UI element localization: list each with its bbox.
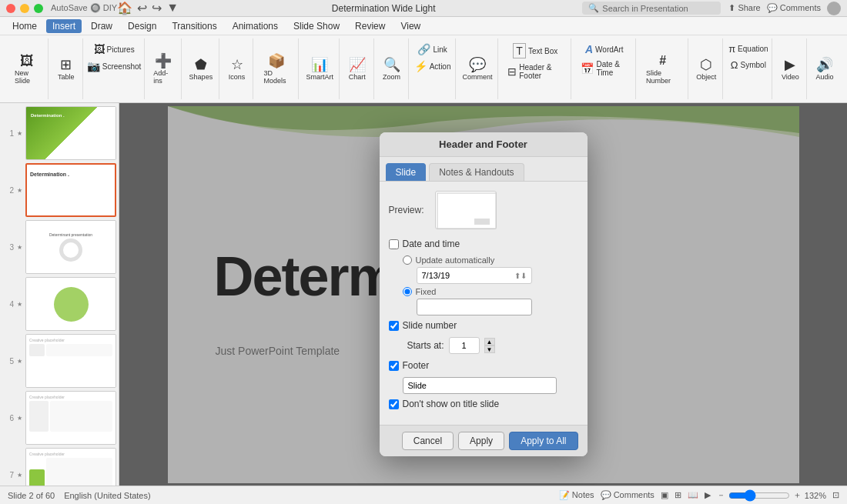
close-button[interactable] <box>6 4 15 13</box>
wordart-button[interactable]: A WordArt <box>582 42 627 57</box>
starts-spinner[interactable]: ▲ ▼ <box>484 338 495 353</box>
headerfooter-icon: ⊟ <box>507 65 517 78</box>
fixed-label[interactable]: Fixed <box>403 287 578 296</box>
menu-view[interactable]: View <box>394 19 427 33</box>
slide-thumb-1[interactable]: 1 ★ Determination . <box>3 106 116 160</box>
menu-insert[interactable]: Insert <box>46 19 82 33</box>
object-button[interactable]: ⬡ Object <box>692 55 720 83</box>
spin-down-button[interactable]: ▼ <box>484 345 495 353</box>
date-dropdown[interactable]: 7/13/19 ⬆⬇ <box>417 267 532 284</box>
menu-animations[interactable]: Animations <box>226 19 284 33</box>
language-info: English (United States) <box>64 491 151 500</box>
slide-thumb-4[interactable]: 4 ★ <box>3 277 116 331</box>
date-time-checkbox[interactable] <box>389 239 399 249</box>
maximize-button[interactable] <box>34 4 43 13</box>
comments-button[interactable]: 💬 Comments <box>767 3 821 13</box>
view-presenter-icon[interactable]: ▶ <box>705 490 711 500</box>
comment-button[interactable]: 💬 Comment <box>458 55 496 83</box>
view-reading-icon[interactable]: 📖 <box>688 490 698 500</box>
zoom-button[interactable]: 🔍 Zoom <box>378 55 406 83</box>
fixed-radio[interactable] <box>403 287 412 296</box>
canvas-area: Determina Just PowerPoint Template Heade… <box>119 103 847 486</box>
zoom-out-button[interactable]: － <box>717 489 725 501</box>
fit-to-window-button[interactable]: ⊡ <box>832 490 839 500</box>
pictures-button[interactable]: 🖼 Pictures <box>91 42 138 57</box>
tab-slide[interactable]: Slide <box>386 163 427 181</box>
footer-checkbox[interactable] <box>389 361 399 371</box>
tab-notes-handouts[interactable]: Notes & Handouts <box>429 163 524 181</box>
notes-button[interactable]: 📝 Notes <box>559 490 594 500</box>
equation-label: Equation <box>738 45 768 53</box>
slide-thumb-7[interactable]: 7 ★ Creative placeholder <box>3 448 116 486</box>
slide-thumb-3[interactable]: 3 ★ Determinant presentation <box>3 220 116 274</box>
update-auto-label[interactable]: Update automatically <box>403 255 578 265</box>
new-slide-button[interactable]: 🖼 New Slide <box>11 52 43 87</box>
update-auto-radio[interactable] <box>403 255 412 265</box>
view-normal-icon[interactable]: ▣ <box>661 490 668 500</box>
apply-button[interactable]: Apply <box>458 432 504 450</box>
fixed-date-input[interactable] <box>417 299 532 315</box>
dont-show-checkbox-label[interactable]: Don't show on title slide <box>389 399 500 409</box>
chart-label: Chart <box>349 73 366 81</box>
slide-number-checkbox[interactable] <box>389 321 399 331</box>
slide-star-6: ★ <box>17 415 22 422</box>
menu-home[interactable]: Home <box>6 19 43 33</box>
footer-checkbox-label[interactable]: Footer <box>389 360 430 371</box>
audio-button[interactable]: 🔊 Audio <box>811 55 839 83</box>
shapes-button[interactable]: ⬟ Shapes <box>186 55 217 83</box>
share-button[interactable]: ⬆ Share <box>728 3 760 13</box>
link-button[interactable]: 🔗 Link <box>414 42 450 57</box>
cancel-button[interactable]: Cancel <box>402 432 454 450</box>
symbol-button[interactable]: Ω Symbol <box>728 58 769 72</box>
equation-button[interactable]: π Equation <box>725 42 771 56</box>
chart-button[interactable]: 📈 Chart <box>343 55 371 83</box>
icons-button[interactable]: ☆ Icons <box>223 55 251 83</box>
3dmodels-button[interactable]: 📦 3D Models <box>259 52 293 87</box>
footer-input[interactable] <box>403 377 557 394</box>
menu-draw[interactable]: Draw <box>85 19 119 33</box>
ribbon-group-icons: ☆ Icons <box>221 38 254 99</box>
minimize-button[interactable] <box>20 4 29 13</box>
customize-icon[interactable]: ▼ <box>166 1 179 15</box>
menu-design[interactable]: Design <box>122 19 162 33</box>
zoom-in-button[interactable]: ＋ <box>793 489 802 501</box>
action-button[interactable]: ⚡ Action <box>411 58 454 74</box>
table-button[interactable]: ⊞ Table <box>52 55 80 83</box>
date-spinner-icon[interactable]: ⬆⬇ <box>514 272 527 280</box>
slide-thumb-6[interactable]: 6 ★ Creative placeholder <box>3 391 116 445</box>
ribbon-group-wordart-datetime: A WordArt 📅 Date & Time <box>573 38 636 99</box>
home-icon[interactable]: 🏠 <box>117 1 132 15</box>
addins-icon: ➕ <box>155 54 172 68</box>
datetime-button[interactable]: 📅 Date & Time <box>578 58 631 78</box>
datetime-icon: 📅 <box>581 62 594 75</box>
addins-button[interactable]: ➕ Add-ins <box>149 52 177 87</box>
slide-thumb-2[interactable]: 2 ★ Determination . <box>3 163 116 217</box>
slide-star-3: ★ <box>17 244 22 251</box>
slide-thumb-5[interactable]: 5 ★ Creative placeholder <box>3 334 116 388</box>
screenshot-button[interactable]: 📷 Screenshot <box>84 58 145 74</box>
spin-up-button[interactable]: ▲ <box>484 338 495 345</box>
menu-slideshow[interactable]: Slide Show <box>287 19 346 33</box>
comments-status-button[interactable]: 💬 Comments <box>601 490 654 500</box>
menu-transitions[interactable]: Transitions <box>166 19 223 33</box>
zoom-slider[interactable] <box>728 489 790 502</box>
slide-number-checkbox-label[interactable]: Slide number <box>389 320 457 331</box>
undo-icon[interactable]: ↩ <box>137 1 147 15</box>
starts-at-input[interactable] <box>449 337 480 354</box>
ribbon-group-object: ⬡ Object <box>690 38 723 99</box>
apply-all-button[interactable]: Apply to All <box>509 432 578 450</box>
textbox-button[interactable]: T Text Box <box>510 42 561 60</box>
profile-avatar[interactable] <box>827 2 841 15</box>
headerfooter-button[interactable]: ⊟ Header & Footer <box>504 62 566 82</box>
search-bar[interactable]: 🔍 Search in Presentation <box>582 2 721 15</box>
date-time-checkbox-label[interactable]: Date and time <box>389 239 460 249</box>
smartart-button[interactable]: 📊 SmartArt <box>302 55 337 83</box>
menu-review[interactable]: Review <box>349 19 391 33</box>
dont-show-checkbox[interactable] <box>389 399 399 409</box>
slide-star-4: ★ <box>17 301 22 308</box>
video-button[interactable]: ▶ Video <box>776 55 804 83</box>
redo-icon[interactable]: ↪ <box>152 1 162 15</box>
view-slide-sorter-icon[interactable]: ⊞ <box>675 490 681 500</box>
slidenumber-button[interactable]: # Slide Number <box>642 52 683 87</box>
zoom-label: Zoom <box>383 73 400 81</box>
